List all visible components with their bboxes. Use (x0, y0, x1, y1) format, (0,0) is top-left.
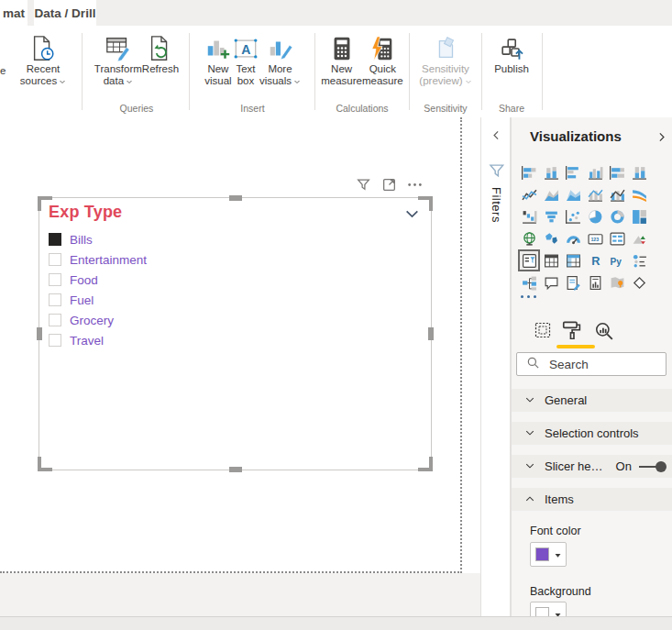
refresh-button[interactable]: Refresh (142, 26, 179, 75)
focus-mode-icon[interactable] (381, 176, 397, 193)
funnel-chart-icon[interactable] (540, 205, 562, 227)
new-measure-button[interactable]: Newmeasure (321, 26, 362, 87)
decomposition-tree-icon[interactable] (518, 271, 540, 293)
text-box-button[interactable]: ATextbox (232, 26, 259, 87)
more-options-icon[interactable] (407, 176, 423, 193)
checkbox[interactable] (49, 293, 61, 306)
section-selection-controls[interactable]: Selection controls (512, 422, 672, 445)
waterfall-chart-icon[interactable] (518, 205, 540, 227)
stacked-bar-chart-icon[interactable] (518, 161, 540, 183)
fields-tab-icon[interactable] (534, 321, 552, 343)
ribbon-group-queries: TransformdataRefreshQueries (84, 26, 189, 117)
filters-pane-collapsed: Filters (480, 117, 511, 616)
slicer-item-food[interactable]: Food (49, 270, 147, 290)
collapse-visualizations-pane-icon[interactable] (655, 130, 667, 147)
key-influencers-icon[interactable] (628, 249, 650, 271)
slicer-item-travel[interactable]: Travel (49, 330, 147, 350)
resize-handle-right[interactable] (428, 327, 434, 340)
smart-narrative-icon[interactable] (562, 271, 584, 293)
map-icon[interactable] (518, 227, 540, 249)
format-search-box[interactable]: Search (516, 352, 666, 376)
donut-chart-icon[interactable] (606, 205, 628, 227)
chevron-down-icon (293, 76, 301, 88)
transform-data-button[interactable]: Transformdata (94, 26, 142, 88)
q-and-a-icon[interactable] (540, 271, 562, 293)
slicer-dropdown-chevron-icon[interactable] (404, 206, 420, 226)
checkbox[interactable] (49, 334, 61, 347)
scatter-chart-icon[interactable] (562, 205, 584, 227)
stacked-area-chart-icon[interactable] (562, 183, 584, 205)
button-label: (preview) (419, 75, 471, 88)
100-stacked-column-chart-icon[interactable] (628, 161, 650, 183)
area-chart-icon[interactable] (540, 183, 562, 205)
selection-corner-bottom-left[interactable] (38, 457, 52, 471)
tab-data-drill[interactable]: Data / Drill (34, 0, 96, 26)
pie-chart-icon[interactable] (584, 205, 606, 227)
stacked-column-chart-icon[interactable] (540, 161, 562, 183)
format-tab-icon[interactable] (561, 319, 581, 343)
r-script-icon[interactable]: R (584, 249, 606, 271)
quick-measure-button[interactable]: Quickmeasure (362, 26, 403, 87)
button-label: measure (321, 75, 362, 87)
line-clustered-column-chart-icon[interactable] (606, 183, 628, 205)
slicer-header-toggle[interactable] (639, 461, 666, 472)
slicer-visual[interactable]: Exp Type BillsEntertainmentFoodFuelGroce… (39, 197, 432, 470)
selection-corner-bottom-right[interactable] (418, 457, 433, 471)
slicer-item-grocery[interactable]: Grocery (49, 310, 147, 330)
100-stacked-bar-chart-icon[interactable] (606, 161, 628, 183)
multi-row-card-icon[interactable] (606, 227, 628, 249)
checkbox[interactable] (49, 273, 61, 286)
publish-button[interactable]: Publish (494, 26, 529, 75)
button-label: Text (236, 63, 255, 75)
section-items[interactable]: Items (512, 488, 672, 511)
button-label: More (268, 63, 292, 75)
paginated-report-icon[interactable] (584, 271, 606, 293)
background-color-picker[interactable] (530, 602, 567, 616)
resize-handle-bottom[interactable] (229, 467, 242, 472)
line-stacked-column-chart-icon[interactable] (584, 183, 606, 205)
filled-map-icon[interactable] (540, 227, 562, 249)
expand-filters-pane-icon[interactable] (490, 128, 502, 145)
clustered-column-chart-icon[interactable] (584, 161, 606, 183)
checkbox[interactable] (49, 314, 61, 326)
svg-text:A: A (241, 42, 250, 57)
python-script-icon[interactable]: Py (606, 249, 628, 271)
visual-hover-toolbar (356, 176, 423, 193)
gauge-icon[interactable] (562, 227, 584, 249)
tab-format-partial[interactable]: mat (0, 0, 28, 26)
recent-sources-button[interactable]: Recentsources (20, 26, 66, 88)
treemap-icon[interactable] (628, 205, 650, 227)
kpi-icon[interactable] (628, 227, 650, 249)
checkbox-checked[interactable] (49, 233, 61, 246)
new-visual-button[interactable]: Newvisual (204, 26, 232, 87)
slicer-icon[interactable] (518, 249, 540, 271)
quick-measure-icon (369, 34, 396, 63)
table-icon[interactable] (540, 249, 562, 271)
power-apps-icon[interactable] (628, 271, 650, 293)
card-icon[interactable]: 123 (584, 227, 606, 249)
chevron-up-icon (524, 492, 535, 508)
slicer-item-entertainment[interactable]: Entertainment (49, 249, 147, 270)
resize-handle-top[interactable] (229, 195, 242, 201)
filter-icon[interactable] (356, 176, 371, 193)
clustered-bar-chart-icon[interactable] (562, 161, 584, 183)
selection-corner-top-right[interactable] (418, 196, 433, 211)
report-canvas[interactable]: Exp Type BillsEntertainmentFoodFuelGroce… (0, 117, 480, 616)
analytics-tab-icon[interactable] (594, 321, 614, 345)
matrix-icon[interactable] (562, 249, 584, 271)
get-more-visuals-button[interactable] (521, 295, 536, 298)
line-chart-icon[interactable] (518, 183, 540, 205)
ribbon-chart-icon[interactable] (628, 183, 650, 205)
font-color-picker[interactable] (530, 542, 567, 567)
slicer-item-fuel[interactable]: Fuel (49, 290, 147, 310)
arcgis-map-icon[interactable] (606, 271, 628, 293)
sensitivity-button[interactable]: Sensitivity(preview) (419, 26, 471, 88)
slicer-item-bills[interactable]: Bills (49, 229, 147, 249)
chevron-down-icon (524, 426, 535, 442)
more-visuals-button[interactable]: Morevisuals (259, 26, 301, 88)
section-general[interactable]: General (512, 389, 672, 412)
checkbox[interactable] (49, 253, 61, 266)
section-slicer-he-[interactable]: Slicer he…On (512, 455, 672, 478)
filters-pane-label[interactable]: Filters (490, 187, 503, 223)
resize-handle-left[interactable] (37, 327, 42, 340)
